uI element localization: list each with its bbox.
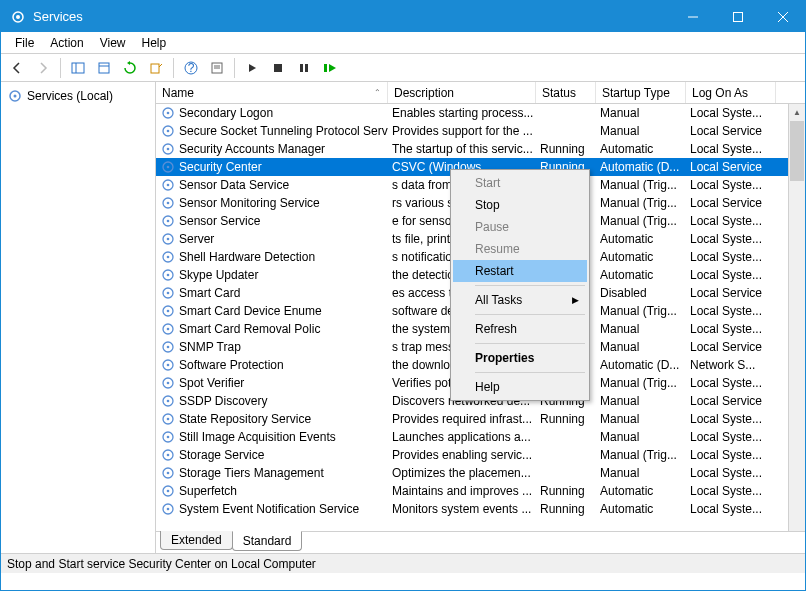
service-name: Skype Updater [179,268,258,282]
service-name: Shell Hardware Detection [179,250,315,264]
service-description: Provides support for the ... [388,124,536,138]
close-button[interactable] [760,1,805,32]
service-log-on-as: Local Service [686,160,776,174]
service-name: Sensor Data Service [179,178,289,192]
menu-file[interactable]: File [7,34,42,52]
show-hide-tree-button[interactable] [66,56,90,80]
restart-service-button[interactable] [318,56,342,80]
export-list-button[interactable] [92,56,116,80]
column-startup-type[interactable]: Startup Type [596,82,686,103]
column-description[interactable]: Description [388,82,536,103]
maximize-button[interactable] [715,1,760,32]
table-row[interactable]: Secondary LogonEnables starting process.… [156,104,805,122]
refresh-button[interactable] [118,56,142,80]
menu-help[interactable]: Help [134,34,175,52]
service-log-on-as: Local Syste... [686,304,776,318]
context-start[interactable]: Start [453,172,587,194]
service-startup-type: Automatic [596,232,686,246]
service-name: Sensor Service [179,214,260,228]
table-row[interactable]: Still Image Acquisition EventsLaunches a… [156,428,805,446]
start-service-button[interactable] [240,56,264,80]
svg-rect-16 [274,64,282,72]
service-description: Provides required infrast... [388,412,536,426]
service-startup-type: Manual [596,412,686,426]
sort-asc-icon: ⌃ [374,88,381,97]
svg-point-29 [167,166,170,169]
svg-rect-17 [300,64,303,72]
svg-point-37 [167,238,170,241]
svg-point-25 [167,130,170,133]
menu-action[interactable]: Action [42,34,91,52]
column-name[interactable]: Name⌃ [156,82,388,103]
tab-standard[interactable]: Standard [232,531,303,551]
stop-service-button[interactable] [266,56,290,80]
service-log-on-as: Local Service [686,286,776,300]
scroll-up-button[interactable]: ▲ [789,104,805,121]
gear-icon [160,231,176,247]
svg-point-47 [167,328,170,331]
tab-extended[interactable]: Extended [160,531,233,550]
gear-icon [160,429,176,445]
service-startup-type: Automatic (D... [596,160,686,174]
service-name: Smart Card [179,286,240,300]
scroll-thumb[interactable] [790,121,804,181]
gear-icon [160,447,176,463]
svg-point-57 [167,418,170,421]
svg-point-23 [167,112,170,115]
export-button[interactable] [144,56,168,80]
gear-icon [160,303,176,319]
table-row[interactable]: Storage ServiceProvides enabling servic.… [156,446,805,464]
service-log-on-as: Local Syste... [686,142,776,156]
svg-point-45 [167,310,170,313]
context-resume[interactable]: Resume [453,238,587,260]
context-help[interactable]: Help [453,376,587,398]
table-row[interactable]: SuperfetchMaintains and improves ...Runn… [156,482,805,500]
column-log-on-as[interactable]: Log On As [686,82,776,103]
service-startup-type: Disabled [596,286,686,300]
column-status[interactable]: Status [536,82,596,103]
service-startup-type: Manual (Trig... [596,178,686,192]
service-description: Maintains and improves ... [388,484,536,498]
service-log-on-as: Local Syste... [686,214,776,228]
context-stop[interactable]: Stop [453,194,587,216]
svg-point-49 [167,346,170,349]
main-area: Services (Local) Name⌃ Description Statu… [1,82,805,553]
menu-view[interactable]: View [92,34,134,52]
context-separator [475,314,585,315]
help-button[interactable]: ? [179,56,203,80]
gear-icon [160,483,176,499]
properties-button[interactable] [205,56,229,80]
service-startup-type: Manual (Trig... [596,448,686,462]
pause-service-button[interactable] [292,56,316,80]
gear-icon [160,177,176,193]
context-separator [475,285,585,286]
table-row[interactable]: Storage Tiers ManagementOptimizes the pl… [156,464,805,482]
service-name: Sensor Monitoring Service [179,196,320,210]
table-row[interactable]: Security Accounts ManagerThe startup of … [156,140,805,158]
service-name: State Repository Service [179,412,311,426]
service-startup-type: Automatic [596,502,686,516]
forward-button[interactable] [31,56,55,80]
minimize-button[interactable] [670,1,715,32]
menu-bar: File Action View Help [1,32,805,54]
gear-icon [160,141,176,157]
service-startup-type: Manual [596,124,686,138]
table-row[interactable]: Secure Socket Tunneling Protocol Service… [156,122,805,140]
table-row[interactable]: State Repository ServiceProvides require… [156,410,805,428]
context-properties[interactable]: Properties [453,347,587,369]
title-bar: Services [1,1,805,32]
table-row[interactable]: System Event Notification ServiceMonitor… [156,500,805,518]
context-all-tasks[interactable]: All Tasks▶ [453,289,587,311]
context-pause[interactable]: Pause [453,216,587,238]
svg-point-21 [14,95,17,98]
context-restart[interactable]: Restart [453,260,587,282]
vertical-scrollbar[interactable]: ▲ ▼ [788,104,805,553]
svg-point-59 [167,436,170,439]
list-pane: Name⌃ Description Status Startup Type Lo… [156,82,805,553]
tree-root-services-local[interactable]: Services (Local) [1,86,155,106]
gear-icon [160,195,176,211]
context-refresh[interactable]: Refresh [453,318,587,340]
back-button[interactable] [5,56,29,80]
service-name: Security Center [179,160,262,174]
service-startup-type: Manual (Trig... [596,214,686,228]
